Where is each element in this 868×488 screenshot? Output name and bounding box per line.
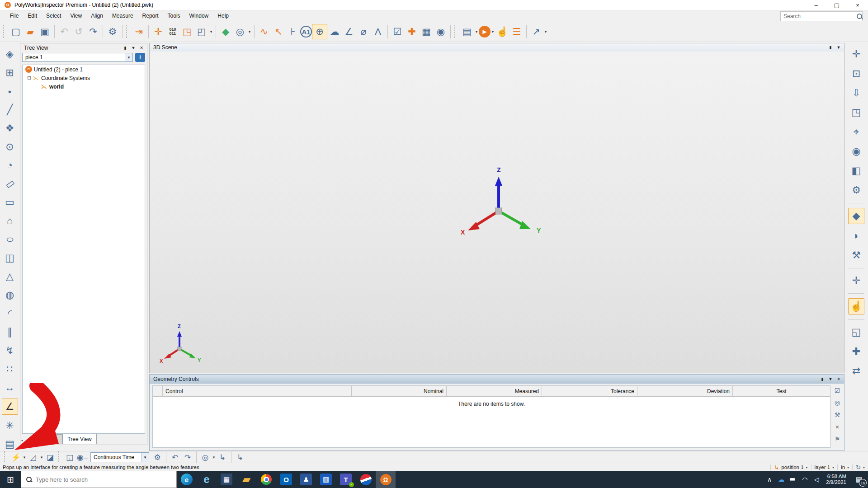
inspection-checklist-icon[interactable]: ☑ xyxy=(390,24,405,39)
new-project-icon[interactable]: ▢ xyxy=(9,24,23,39)
pin-icon[interactable]: ▮ xyxy=(819,375,826,383)
colormap-cube-icon[interactable]: ◆ xyxy=(848,208,864,224)
create-angle-icon[interactable]: ∠ xyxy=(2,399,18,415)
target-set-icon[interactable]: ◎ xyxy=(199,452,212,463)
report-document-icon[interactable]: ▤ xyxy=(460,24,474,39)
taskbar-app-internet-explorer[interactable]: e xyxy=(197,471,217,488)
dimension-label-icon[interactable]: A1 xyxy=(300,26,312,38)
menu-edit[interactable]: Edit xyxy=(23,11,42,20)
display-options-icon[interactable]: ⚙ xyxy=(849,183,864,198)
create-rectangle-icon[interactable]: ▭ xyxy=(2,195,18,210)
collapse-icon[interactable]: ⊟ xyxy=(27,75,33,81)
refresh-control[interactable]: ↻ ▾ xyxy=(852,465,868,470)
create-sphere-icon[interactable]: ◍ xyxy=(2,287,18,303)
probe-device-icon[interactable]: ◎ xyxy=(233,24,247,39)
create-point-icon[interactable]: ● xyxy=(2,84,18,99)
units-selector[interactable]: in ▾ xyxy=(837,465,852,470)
menu-window[interactable]: Window xyxy=(185,11,213,20)
tray-chevron-icon[interactable]: ∧ xyxy=(764,471,775,488)
taskbar-app-file-explorer[interactable]: ▰ xyxy=(236,471,256,488)
volume-icon[interactable]: ◁ xyxy=(811,471,822,488)
chevron-down-icon[interactable]: ▾ xyxy=(847,465,849,469)
chevron-down-icon[interactable]: ▾ xyxy=(39,455,44,460)
panel-menu-icon[interactable]: ▼ xyxy=(835,44,842,51)
minimize-button[interactable]: – xyxy=(806,0,826,10)
column-measured[interactable]: Measured xyxy=(447,386,542,396)
chevron-down-icon[interactable]: ▾ xyxy=(209,29,213,34)
create-circle-icon[interactable]: ⊙ xyxy=(2,139,18,155)
report-table-icon[interactable]: ▦ xyxy=(419,24,434,39)
extract-feature-icon[interactable]: ◈ xyxy=(2,47,18,62)
pin-icon[interactable]: ▮ xyxy=(122,44,129,52)
wrench-settings-icon[interactable]: ⚒ xyxy=(833,411,841,419)
taskbar-app-chrome[interactable] xyxy=(256,471,276,488)
compass-divider-icon[interactable]: Λ xyxy=(371,24,385,39)
maximize-button[interactable]: ▢ xyxy=(826,0,847,10)
taskbar-app-outlook[interactable]: O xyxy=(276,471,296,488)
annotations-icon[interactable]: ◗ xyxy=(849,228,864,244)
add-grid-icon[interactable]: ⊞ xyxy=(2,65,18,80)
notification-center[interactable]: ▤ 16 xyxy=(850,471,868,488)
search-box[interactable] xyxy=(780,11,863,21)
taskbar-app-calculator[interactable]: ▦ xyxy=(217,471,236,488)
recalculate-icon[interactable]: ☑ xyxy=(833,386,841,394)
chevron-down-icon[interactable]: ▾ xyxy=(212,455,216,460)
create-distance-icon[interactable]: ↔ xyxy=(2,380,18,395)
flag-icon[interactable]: ⚑ xyxy=(833,435,841,443)
panel-close-icon[interactable]: × xyxy=(138,44,145,52)
create-polyline-icon[interactable]: ↯ xyxy=(2,343,18,358)
flip-direction-icon[interactable]: ⇄ xyxy=(849,363,864,379)
close-button[interactable]: × xyxy=(847,0,868,10)
robot-arm-icon[interactable]: ↳ xyxy=(216,452,229,463)
taskbar-app-logo[interactable] xyxy=(356,471,376,488)
measure-angle-icon[interactable]: ∠ xyxy=(342,24,356,39)
taskbar-app-polyworks[interactable]: Ω xyxy=(376,471,396,488)
zoom-pointer-icon[interactable]: ⌖ xyxy=(849,124,864,140)
column-nominal[interactable]: Nominal xyxy=(352,386,447,396)
probe-settings-icon[interactable]: ⚙ xyxy=(151,452,164,463)
scene-viewport[interactable]: Z X Y Z X Y xyxy=(150,52,844,373)
panel-menu-icon[interactable]: ▼ xyxy=(827,375,834,383)
chevron-down-icon[interactable]: ▾ xyxy=(125,53,132,61)
tab-tree-view[interactable]: Tree View xyxy=(62,434,96,444)
create-arc-icon[interactable]: ◔ xyxy=(2,158,18,173)
probe-feature-icon[interactable]: ↖ xyxy=(271,24,286,39)
create-surface-icon[interactable]: ◜ xyxy=(2,306,18,321)
import-data-icon[interactable]: ⇥ xyxy=(132,24,146,39)
panel-menu-icon[interactable]: ▼ xyxy=(130,44,137,52)
sphere-fit-icon[interactable]: ◎ xyxy=(833,399,841,407)
chevron-down-icon[interactable]: ▾ xyxy=(22,455,27,460)
view-perpendicular-icon[interactable]: ⇩ xyxy=(849,85,864,101)
create-gauge-icon[interactable]: ▤ xyxy=(2,436,18,452)
panel-close-icon[interactable]: × xyxy=(835,375,842,383)
measurement-grid-icon[interactable]: ⊕ xyxy=(312,24,327,39)
clipping-cube-icon[interactable]: ◧ xyxy=(849,163,864,178)
chevron-down-icon[interactable]: ▾ xyxy=(863,465,865,469)
add-selection-icon[interactable]: ✚ xyxy=(849,344,864,359)
selector-column-header[interactable] xyxy=(153,386,163,396)
device-window-icon[interactable]: ◱ xyxy=(63,452,76,463)
chevron-down-icon[interactable]: ▾ xyxy=(543,29,548,34)
align-objects-icon[interactable]: ✛ xyxy=(151,24,165,39)
start-button[interactable]: ⊞ xyxy=(0,471,21,488)
create-datum-icon[interactable]: ✳ xyxy=(2,418,18,433)
colormap-settings-icon[interactable]: ⚒ xyxy=(849,248,864,263)
device-position-selector[interactable]: ↳ position 1 ▾ xyxy=(770,465,811,470)
pan-zoom-rotate-icon[interactable]: ✛ xyxy=(849,47,864,62)
taskbar-app-edge[interactable]: e xyxy=(177,471,197,488)
menu-file[interactable]: File xyxy=(5,11,23,20)
menu-report[interactable]: Report xyxy=(138,11,163,20)
redo-icon[interactable]: ↷ xyxy=(86,24,100,39)
search-icon[interactable] xyxy=(856,13,859,19)
taskbar-app-report[interactable]: ▥ xyxy=(316,471,336,488)
create-cone-icon[interactable]: △ xyxy=(2,269,18,284)
create-plane-icon[interactable]: ❖ xyxy=(2,121,18,136)
create-ellipse-icon[interactable]: ○ xyxy=(0,232,21,247)
selection-window-icon[interactable]: ◱ xyxy=(849,324,864,340)
taskbar-app-people[interactable]: ♟ xyxy=(296,471,316,488)
taskbar-app-teams[interactable]: T ✓ xyxy=(336,471,356,488)
menu-view[interactable]: View xyxy=(66,11,86,20)
menu-align[interactable]: Align xyxy=(86,11,108,20)
menu-help[interactable]: Help xyxy=(213,11,233,20)
create-pattern-icon[interactable]: ∷ xyxy=(2,361,18,377)
